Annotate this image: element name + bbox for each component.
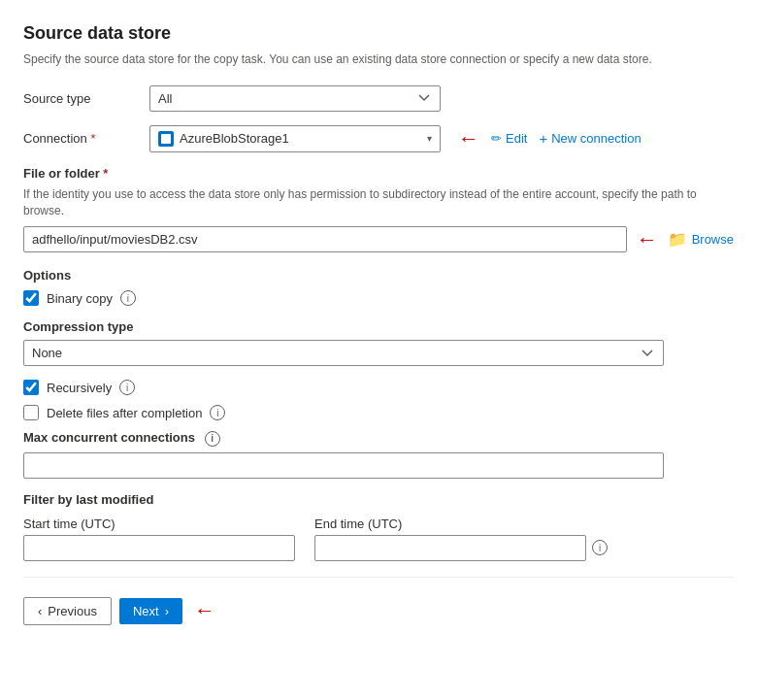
source-type-row: Source type All <box>23 85 734 112</box>
next-arrow-indicator: ← <box>194 598 215 623</box>
file-folder-hint: If the identity you use to access the da… <box>23 186 734 219</box>
delete-files-checkbox[interactable] <box>23 405 39 420</box>
pencil-icon: ✏ <box>491 131 502 146</box>
end-time-label: End time (UTC) <box>314 517 608 531</box>
max-connections-input[interactable] <box>23 452 664 479</box>
page-title: Source data store <box>23 23 734 44</box>
connection-label: Connection * <box>23 131 149 146</box>
recursively-checkbox[interactable] <box>23 380 39 395</box>
compression-section: Compression type None <box>23 319 734 366</box>
end-time-info-icon[interactable]: i <box>592 540 608 555</box>
recursively-label: Recursively <box>47 381 112 395</box>
source-type-select[interactable]: All <box>149 85 441 112</box>
file-folder-arrow-indicator: ← <box>637 227 658 252</box>
connection-arrow-indicator: ← <box>458 126 479 151</box>
source-type-label: Source type <box>23 91 149 106</box>
page-subtitle: Specify the source data store for the co… <box>23 51 734 68</box>
filter-title: Filter by last modified <box>23 492 734 507</box>
file-folder-label: File or folder * <box>23 166 734 181</box>
connection-name: AzureBlobStorage1 <box>180 131 289 146</box>
recursively-row: Recursively i <box>23 380 734 395</box>
delete-files-info-icon[interactable]: i <box>210 405 225 420</box>
connection-select-wrapper[interactable]: AzureBlobStorage1 ▾ <box>149 125 441 152</box>
blob-storage-icon <box>158 131 174 147</box>
max-connections-info-icon[interactable]: i <box>205 431 220 447</box>
max-connections-section: Max concurrent connections i <box>23 430 734 479</box>
plus-icon: + <box>539 130 547 147</box>
chevron-right-icon: › <box>165 604 169 618</box>
binary-copy-row: Binary copy i <box>23 290 734 306</box>
file-folder-input[interactable] <box>23 226 627 252</box>
file-folder-section: File or folder * If the identity you use… <box>23 166 734 253</box>
edit-connection-link[interactable]: ✏ Edit <box>491 131 527 146</box>
next-button[interactable]: Next › <box>119 598 182 624</box>
filter-section: Filter by last modified Start time (UTC)… <box>23 492 734 561</box>
recursively-info-icon[interactable]: i <box>119 380 135 395</box>
filter-row: Start time (UTC) End time (UTC) i <box>23 517 734 561</box>
file-folder-input-row: ← 📁 Browse <box>23 226 734 252</box>
connection-value: AzureBlobStorage1 <box>150 126 427 151</box>
start-time-input[interactable] <box>23 535 295 561</box>
options-label: Options <box>23 268 734 283</box>
max-connections-label: Max concurrent connections i <box>23 430 734 447</box>
browse-button[interactable]: 📁 Browse <box>668 230 734 249</box>
chevron-left-icon: ‹ <box>38 604 42 618</box>
end-time-col: End time (UTC) i <box>314 517 608 561</box>
binary-copy-label: Binary copy <box>47 291 113 306</box>
compression-label: Compression type <box>23 319 734 334</box>
folder-icon: 📁 <box>668 230 687 249</box>
start-time-label: Start time (UTC) <box>23 517 295 531</box>
new-connection-button[interactable]: + New connection <box>539 130 641 147</box>
footer-buttons: ‹ Previous Next › ← <box>23 597 734 625</box>
connection-dropdown-arrow[interactable]: ▾ <box>427 133 432 144</box>
options-section: Options Binary copy i <box>23 268 734 306</box>
binary-copy-checkbox[interactable] <box>23 290 39 306</box>
connection-controls: AzureBlobStorage1 ▾ ← ✏ Edit + New conne… <box>149 125 642 152</box>
connection-row: Connection * AzureBlobStorage1 ▾ ← ✏ Edi… <box>23 125 734 152</box>
delete-files-row: Delete files after completion i <box>23 405 734 420</box>
delete-files-label: Delete files after completion <box>47 406 202 420</box>
previous-button[interactable]: ‹ Previous <box>23 597 112 625</box>
start-time-col: Start time (UTC) <box>23 517 295 561</box>
end-time-input[interactable] <box>314 535 586 561</box>
binary-copy-info-icon[interactable]: i <box>120 290 136 306</box>
compression-select[interactable]: None <box>23 340 664 366</box>
